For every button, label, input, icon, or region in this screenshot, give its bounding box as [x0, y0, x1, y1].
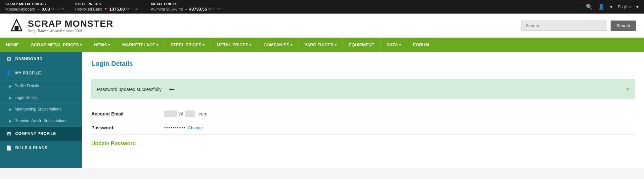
- header-search: Search: [521, 21, 636, 31]
- sidebar-item-dashboard[interactable]: ⊟DASHBOARD: [0, 52, 82, 66]
- email-dot-com: .com: [197, 111, 207, 116]
- nav-caret-data: ▾: [399, 43, 401, 47]
- steel-price: 1375.00: [109, 7, 125, 12]
- scrap-direction: →: [37, 7, 40, 11]
- logo-icon: [8, 17, 25, 34]
- header-search-button[interactable]: Search: [611, 21, 636, 31]
- scrap-ticker-value: Mouse/Keyboard → 0.03 $US / Lb: [5, 7, 64, 12]
- sidebar-subitem-membership[interactable]: ▶Membership Subscriptions: [0, 104, 82, 115]
- steel-unit: $US / MT: [126, 7, 140, 11]
- password-label: Password: [91, 125, 164, 130]
- metal-ticker-label: METAL PRICES: [151, 2, 222, 6]
- scrap-price: 0.03: [42, 7, 50, 12]
- scrap-item-name: Mouse/Keyboard: [5, 7, 35, 12]
- password-value: •••••••••• Change: [164, 125, 203, 130]
- sidebar-item-label: BILLS & PLANS: [15, 146, 47, 150]
- red-arrow-icon: ←: [167, 84, 176, 94]
- sidebar-subitem-label: Premium Article Subscriptions: [15, 118, 67, 123]
- sidebar-subitem-label: Login Details: [15, 95, 37, 100]
- nav-caret-marketplace: ▾: [157, 43, 158, 47]
- email-at: @: [179, 111, 183, 116]
- logo-text: SCRAP MONSTER Scrap Traders Wanted!™ sin…: [28, 19, 113, 33]
- header: SCRAP MONSTER Scrap Traders Wanted!™ sin…: [0, 14, 644, 38]
- sidebar-item-bills[interactable]: 📄BILLS & PLANS: [0, 141, 82, 155]
- sidebar-subitem-label: Membership Subscriptions: [15, 107, 61, 112]
- nav-caret-news: ▾: [108, 43, 110, 47]
- lang-caret-icon[interactable]: ▾: [636, 4, 639, 10]
- sidebar-item-my-profile[interactable]: 👤MY PROFILE: [0, 66, 82, 80]
- nav-item-yard-finder[interactable]: YARD FINDER▾: [299, 38, 343, 52]
- nav-item-marketplace[interactable]: MARKETPLACE▾: [116, 38, 164, 52]
- metal-item-name: Alumina 98.5% mi: [151, 7, 183, 12]
- scrap-prices-ticker: SCRAP METAL PRICES Mouse/Keyboard → 0.03…: [5, 2, 64, 12]
- success-banner-content: Password updated successfully ←: [97, 84, 176, 94]
- metal-price: 43733.55: [189, 7, 207, 12]
- sidebar-subitem-profile-details[interactable]: ▶Profile Details: [0, 80, 82, 92]
- success-banner: Password updated successfully ← ×: [91, 79, 635, 99]
- nav-caret-scrap-metal-prices: ▾: [80, 43, 82, 47]
- main-nav: HOMESCRAP METAL PRICES▾NEWS▾MARKETPLACE▾…: [0, 38, 644, 52]
- email-domain-blur: [185, 111, 195, 117]
- account-email-value: @ .com: [164, 111, 207, 117]
- header-search-input[interactable]: [521, 21, 607, 31]
- steel-ticker-label: STEEL PRICES: [75, 2, 140, 6]
- password-dots: ••••••••••: [164, 125, 186, 130]
- sidebar-item-company-profile[interactable]: ⊞COMPANY PROFILE: [0, 127, 82, 141]
- account-caret-icon[interactable]: ▾: [610, 4, 613, 10]
- page-title: Login Details: [91, 60, 635, 72]
- nav-item-news[interactable]: NEWS▾: [88, 38, 116, 52]
- sidebar-arrow-icon: ▶: [9, 119, 12, 123]
- account-email-label: Account Email: [91, 111, 164, 116]
- metal-prices-ticker: METAL PRICES Alumina 98.5% mi → 43733.55…: [151, 2, 222, 12]
- search-icon[interactable]: 🔍: [586, 4, 593, 10]
- nav-item-steel-prices[interactable]: STEEL PRICES▾: [164, 38, 211, 52]
- nav-item-home[interactable]: HOME: [0, 38, 25, 52]
- sidebar-arrow-icon: ▶: [9, 108, 12, 111]
- sidebar-subitem-premium[interactable]: ▶Premium Article Subscriptions: [0, 115, 82, 127]
- sidebar-subitem-label: Profile Details: [15, 84, 39, 88]
- nav-item-equipment[interactable]: EQUIPMENT: [343, 38, 381, 52]
- nav-caret-yard-finder: ▾: [335, 43, 337, 47]
- logo: SCRAP MONSTER Scrap Traders Wanted!™ sin…: [8, 17, 113, 34]
- nav-item-metal-prices[interactable]: METAL PRICES▾: [211, 38, 258, 52]
- sidebar-icon-company-profile: ⊞: [6, 131, 12, 136]
- sidebar-arrow-icon: ▶: [9, 96, 12, 100]
- main-layout: ⊟DASHBOARD👤MY PROFILE▶Profile Details▶Lo…: [0, 52, 644, 168]
- user-avatar[interactable]: 👤: [598, 4, 605, 10]
- nav-item-scrap-metal-prices[interactable]: SCRAP METAL PRICES▾: [25, 38, 88, 52]
- password-row: Password •••••••••• Change: [91, 121, 635, 135]
- email-username-blur: [164, 111, 177, 117]
- nav-item-data[interactable]: DATA▾: [381, 38, 407, 52]
- sidebar-icon-dashboard: ⊟: [6, 56, 12, 62]
- sidebar-icon-my-profile: 👤: [6, 70, 12, 76]
- separator: ⋮: [575, 3, 581, 11]
- sidebar-subitem-login-details[interactable]: ▶Login Details: [0, 92, 82, 104]
- top-bar-actions: ⋮ 🔍 👤 ▾ English ▾: [575, 3, 639, 11]
- success-message: Password updated successfully: [97, 87, 161, 92]
- banner-close-button[interactable]: ×: [626, 86, 629, 92]
- sidebar-item-label: MY PROFILE: [15, 71, 41, 75]
- account-email-row: Account Email @ .com: [91, 107, 635, 121]
- steel-ticker-value: Hot-rolled Band ▼ 1375.00 $US / MT: [75, 7, 140, 12]
- language-selector[interactable]: English: [618, 5, 631, 9]
- nav-caret-steel-prices: ▾: [203, 43, 205, 47]
- nav-caret-metal-prices: ▾: [250, 43, 251, 47]
- update-password-title: Update Password: [91, 141, 635, 147]
- nav-item-companies[interactable]: COMPANIES▾: [257, 38, 299, 52]
- steel-direction: ▼: [104, 7, 108, 12]
- nav-item-forum[interactable]: FORUM: [407, 38, 435, 52]
- logo-main-text: SCRAP MONSTER: [28, 19, 113, 29]
- sidebar-item-label: DASHBOARD: [15, 57, 43, 61]
- steel-item-name: Hot-rolled Band: [75, 7, 102, 12]
- sidebar-item-label: COMPANY PROFILE: [15, 131, 56, 136]
- steel-prices-ticker: STEEL PRICES Hot-rolled Band ▼ 1375.00 $…: [75, 2, 140, 12]
- top-bar: SCRAP METAL PRICES Mouse/Keyboard → 0.03…: [0, 0, 644, 14]
- metal-ticker-value: Alumina 98.5% mi → 43733.55 $US / MT: [151, 7, 222, 12]
- change-password-link[interactable]: Change: [188, 125, 203, 130]
- metal-unit: $US / MT: [208, 7, 222, 11]
- sidebar-icon-bills: 📄: [6, 145, 12, 151]
- content-area: Login Details Password updated successfu…: [82, 52, 644, 168]
- metal-direction: →: [184, 7, 188, 11]
- logo-sub-text: Scrap Traders Wanted!™ since 2009: [28, 29, 113, 33]
- scrap-ticker-label: SCRAP METAL PRICES: [5, 2, 64, 6]
